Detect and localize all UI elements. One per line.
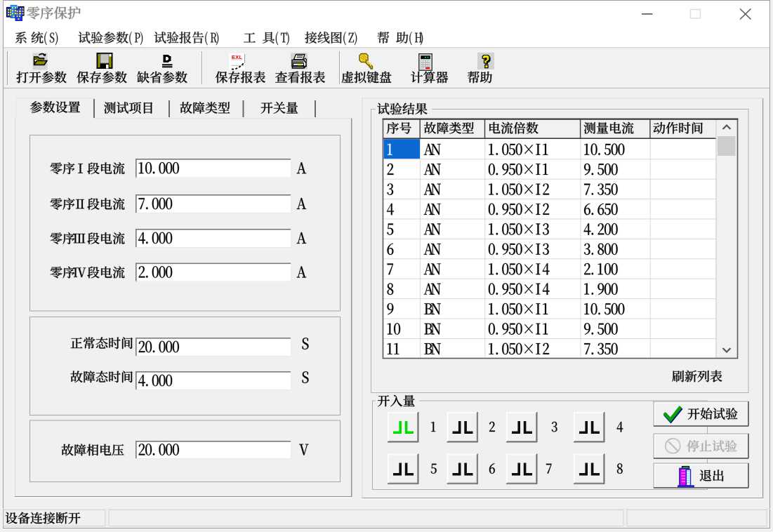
svg-text:EXL: EXL bbox=[232, 54, 242, 60]
